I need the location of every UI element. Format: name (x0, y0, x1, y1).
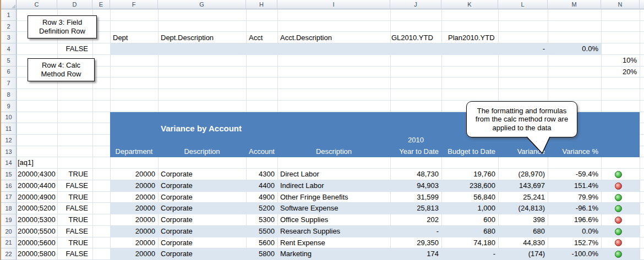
cell-variance[interactable]: 25,241 (498, 192, 545, 203)
row-header-12[interactable]: 12 (1, 135, 17, 146)
cell-variance[interactable]: (28,970) (498, 169, 545, 180)
cell-variance[interactable]: (24,813) (498, 203, 545, 214)
row-header-20[interactable]: 20 (1, 226, 17, 237)
column-header-description[interactable]: Description (158, 146, 246, 158)
column-header-year-to-date[interactable]: Year to Date (390, 146, 439, 158)
column-header-description2[interactable]: Description (277, 146, 390, 158)
cell-variance[interactable]: 143,697 (498, 180, 545, 192)
field-dept-description-cell[interactable]: Dept.Description (161, 32, 214, 44)
cell-flag[interactable]: FALSE (57, 248, 88, 260)
row-header-16[interactable]: 16 (1, 180, 17, 192)
cell-flag[interactable]: TRUE (57, 214, 88, 226)
row-header-10[interactable]: 10 (1, 112, 17, 124)
callout-bubble[interactable]: The formatting and formulas from the cal… (466, 101, 577, 137)
cell-dept[interactable]: 20000 (110, 226, 155, 237)
cell-acct_name[interactable]: Software Expense (280, 203, 339, 214)
column-header-G[interactable]: G (158, 0, 246, 9)
column-header-department[interactable]: Department (110, 146, 158, 158)
row-header-11[interactable]: 11 (1, 123, 17, 135)
cell-acct_name[interactable]: Other Fringe Benefits (280, 192, 348, 203)
row-header-9[interactable]: 9 (1, 101, 17, 112)
cell-dept_name[interactable]: Corporate (161, 237, 193, 249)
cell-acct_name[interactable]: Rent Expense (280, 237, 325, 249)
cell-key[interactable]: 20000;4400 (18, 180, 56, 192)
cell-variance_pct[interactable]: -100.0% (548, 248, 598, 260)
row-header-2[interactable]: 2 (1, 21, 17, 32)
cell-flag[interactable]: TRUE (57, 237, 88, 249)
cell-flag[interactable]: FALSE (57, 203, 88, 214)
cell-variance_pct[interactable]: 152.7% (548, 237, 598, 249)
column-header-variance-pct[interactable]: Variance % (548, 146, 598, 158)
cell-acct[interactable]: 5600 (246, 237, 275, 249)
row-header-22[interactable]: 22 (1, 248, 17, 260)
cell-dept_name[interactable]: Corporate (161, 180, 193, 192)
cell-acct[interactable]: 5800 (246, 248, 275, 260)
cell-budget[interactable]: 680 (441, 226, 495, 237)
cell-budget[interactable]: 600 (441, 214, 495, 226)
cell-variance_pct[interactable]: 151.4% (548, 180, 598, 192)
cell-variance_pct[interactable]: 196.6% (548, 214, 598, 226)
cell-ytd[interactable]: 202 (390, 214, 439, 226)
cell-key[interactable]: 20000;4300 (18, 169, 56, 180)
cell-variance[interactable]: 44,830 (498, 237, 545, 249)
row-header-5[interactable]: 5 (1, 55, 17, 67)
column-header-M[interactable]: M (548, 0, 601, 9)
column-header-C[interactable]: C (17, 0, 57, 9)
cell-acct_name[interactable]: Marketing (280, 248, 312, 260)
column-header-partial[interactable] (640, 0, 644, 9)
cell-key[interactable]: 20000;5200 (18, 203, 56, 214)
cell-dept[interactable]: 20000 (110, 237, 155, 249)
threshold-20-cell[interactable]: 20% (601, 67, 637, 78)
column-header-I[interactable]: I (277, 0, 390, 9)
cell-acct_name[interactable]: Direct Labor (280, 169, 319, 180)
cell-ytd[interactable]: 48,730 (390, 169, 439, 180)
column-header-K[interactable]: K (441, 0, 498, 9)
cell-ytd[interactable]: 29,350 (390, 237, 439, 249)
cell-acct[interactable]: 4300 (246, 169, 275, 180)
calc-variance-cell[interactable]: - (498, 43, 545, 55)
cell-dept[interactable]: 20000 (110, 214, 155, 226)
column-header-J[interactable]: J (390, 0, 441, 9)
cell-dept[interactable]: 20000 (110, 203, 155, 214)
cell-budget[interactable]: 1,000 (441, 203, 495, 214)
field-acct-description-cell[interactable]: Acct.Description (280, 32, 332, 44)
field-gl-ytd-cell[interactable]: GL2010.YTD (391, 32, 433, 44)
cell-budget[interactable]: 19,760 (441, 169, 495, 180)
cell-variance[interactable]: (174) (498, 248, 545, 260)
column-header-F[interactable]: F (110, 0, 158, 9)
column-header-N[interactable]: N (601, 0, 640, 9)
cell-acct_name[interactable]: Research Supplies (280, 226, 340, 237)
column-header-H[interactable]: H (246, 0, 277, 9)
cell-ytd[interactable]: 94,903 (390, 180, 439, 192)
cell-acct_name[interactable]: Indirect Labor (280, 180, 324, 192)
calc-flag-cell[interactable]: FALSE (57, 43, 88, 55)
select-all-corner[interactable] (1, 0, 17, 9)
cell-budget[interactable]: 56,840 (441, 192, 495, 203)
column-header-E[interactable]: E (92, 0, 110, 9)
cell-ytd[interactable]: - (390, 226, 439, 237)
cell-acct[interactable]: 4400 (246, 180, 275, 192)
row-header-21[interactable]: 21 (1, 237, 17, 249)
cell-variance[interactable]: 680 (498, 226, 545, 237)
field-plan-ytd-cell[interactable]: Plan2010.YTD (448, 32, 495, 44)
cell-dept_name[interactable]: Corporate (161, 169, 193, 180)
callout-calc-method-row[interactable]: Row 4: Calc Method Row (28, 58, 95, 81)
row-header-15[interactable]: 15 (1, 169, 17, 180)
cell-key[interactable]: 20000;5300 (18, 214, 56, 226)
calc-variance-pct-cell[interactable]: 0.0% (548, 43, 598, 55)
row-header-1[interactable]: 1 (1, 9, 17, 21)
cell-budget[interactable]: 74,180 (441, 237, 495, 249)
row-header-19[interactable]: 19 (1, 214, 17, 226)
row-header-17[interactable]: 17 (1, 192, 17, 203)
row-header-7[interactable]: 7 (1, 78, 17, 89)
cell-budget[interactable]: - (441, 248, 495, 260)
cell-acct[interactable]: 5200 (246, 203, 275, 214)
cell-flag[interactable]: FALSE (57, 180, 88, 192)
query-tag-cell[interactable]: [aq1] (18, 157, 34, 169)
row-header-14[interactable]: 14 (1, 157, 17, 169)
column-header-budget-to-date[interactable]: Budget to Date (441, 146, 495, 158)
cell-key[interactable]: 20000;5800 (18, 248, 56, 260)
cell-flag[interactable]: TRUE (57, 169, 88, 180)
cell-variance[interactable]: 398 (498, 214, 545, 226)
cell-acct[interactable]: 5500 (246, 226, 275, 237)
